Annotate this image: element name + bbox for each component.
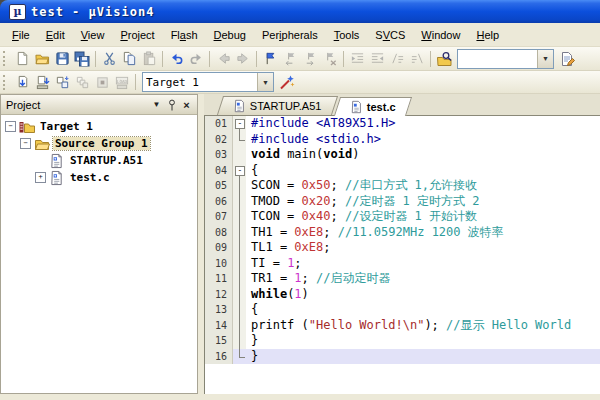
menu-tools[interactable]: Tools — [326, 26, 368, 44]
search-combo-input[interactable] — [458, 50, 537, 68]
code-text: TCON = 0x40; //设定时器 1 开始计数 — [246, 209, 600, 225]
code-line-02[interactable]: 02#include <stdio.h> — [205, 132, 600, 148]
project-tree: −Target 1−Source Group 1STARTUP.A51+test… — [1, 115, 197, 393]
toolbar-grip[interactable] — [3, 75, 8, 90]
menu-debug[interactable]: Debug — [206, 26, 254, 44]
toolbar-separator — [209, 51, 210, 67]
redo-icon — [189, 51, 204, 66]
code-line-10[interactable]: 10TI = 1; — [205, 256, 600, 272]
line-number: 05 — [205, 178, 233, 194]
code-line-16[interactable]: 16} — [205, 349, 600, 365]
collapse-icon[interactable]: − — [20, 138, 31, 149]
code-text: TI = 1; — [246, 256, 600, 272]
collapse-icon[interactable]: − — [5, 121, 16, 132]
fold-margin — [233, 147, 246, 163]
stop-build-button — [92, 72, 112, 92]
code-line-14[interactable]: 14printf ("Hello World!\n"); //显示 Hello … — [205, 318, 600, 334]
find-in-files-button[interactable] — [434, 49, 454, 69]
window-title: test - µVision4 — [31, 5, 154, 19]
code-line-05[interactable]: 05SCON = 0x50; //串口方式 1,允许接收 — [205, 178, 600, 194]
target-combo: ▼ — [142, 72, 274, 92]
editor-panel: STARTUP.A51test.c 01-#include <AT89X51.H… — [204, 94, 600, 394]
save-all-button[interactable] — [72, 49, 92, 69]
code-text: printf ("Hello World!\n"); //显示 Hello Wo… — [246, 318, 600, 334]
line-number: 03 — [205, 147, 233, 163]
tab-label: test.c — [366, 101, 395, 113]
code-line-09[interactable]: 09TL1 = 0xE8; — [205, 240, 600, 256]
code-text: } — [246, 349, 600, 365]
code-line-11[interactable]: 11TR1 = 1; //启动定时器 — [205, 271, 600, 287]
fold-marker-icon — [233, 256, 246, 272]
code-line-06[interactable]: 06TMOD = 0x20; //定时器 1 定时方式 2 — [205, 194, 600, 210]
menu-window[interactable]: Window — [413, 26, 468, 44]
code-line-08[interactable]: 08TH1 = 0xE8; //11.0592MHz 1200 波特率 — [205, 225, 600, 241]
line-number: 02 — [205, 132, 233, 148]
redo-button — [186, 49, 206, 69]
download-load-button: LOAD — [112, 72, 132, 92]
edit-document-button[interactable] — [557, 49, 577, 69]
target-options-button[interactable] — [277, 72, 297, 92]
save-all-icon — [74, 51, 90, 67]
uncomment-button — [407, 49, 427, 69]
target-combo-input[interactable] — [143, 73, 257, 91]
code-text: { — [246, 163, 600, 179]
build-button[interactable] — [32, 72, 52, 92]
menu-flash[interactable]: Flash — [163, 26, 206, 44]
menu-edit[interactable]: Edit — [38, 26, 73, 44]
code-text: #include <AT89X51.H> — [246, 116, 600, 132]
code-line-04[interactable]: 04-{ — [205, 163, 600, 179]
expand-icon[interactable]: + — [35, 172, 46, 183]
new-file-button[interactable] — [12, 49, 32, 69]
fold-marker-icon[interactable]: - — [233, 116, 246, 132]
menu-file[interactable]: File — [4, 26, 38, 44]
bookmark-clear-icon — [323, 51, 338, 66]
document-icon — [349, 100, 362, 114]
menu-svcs[interactable]: SVCS — [367, 26, 413, 44]
menu-help[interactable]: Help — [468, 26, 507, 44]
uncomment-icon — [410, 51, 425, 66]
panel-pin-icon[interactable] — [164, 98, 179, 112]
translate-button[interactable] — [12, 72, 32, 92]
code-line-07[interactable]: 07TCON = 0x40; //设定时器 1 开始计数 — [205, 209, 600, 225]
fold-marker-icon[interactable]: - — [233, 163, 246, 179]
target-combo-dropdown-icon[interactable]: ▼ — [257, 73, 273, 91]
search-combo-dropdown-icon[interactable]: ▼ — [537, 50, 553, 68]
undo-button[interactable] — [166, 49, 186, 69]
cut-button[interactable] — [99, 49, 119, 69]
toolbar-grip[interactable] — [3, 51, 8, 66]
tree-item-startup-a51[interactable]: STARTUP.A51 — [1, 152, 197, 169]
code-line-15[interactable]: 15} — [205, 333, 600, 349]
menu-view[interactable]: View — [73, 26, 113, 44]
toolbar-separator — [135, 74, 136, 90]
tab-test-c[interactable]: test.c — [333, 97, 411, 116]
line-number: 08 — [205, 225, 233, 241]
fold-marker-icon — [233, 302, 246, 318]
code-line-13[interactable]: 13{ — [205, 302, 600, 318]
open-file-button[interactable] — [32, 49, 52, 69]
line-number: 15 — [205, 333, 233, 349]
project-panel-title: Project — [6, 99, 149, 111]
editor-tab-bar: STARTUP.A51test.c — [204, 94, 600, 116]
code-text: } — [246, 333, 600, 349]
panel-close-icon[interactable]: × — [179, 98, 194, 112]
menu-peripherals[interactable]: Peripherals — [254, 26, 326, 44]
tree-item-test-c[interactable]: +test.c — [1, 169, 197, 186]
tab-startup-a51[interactable]: STARTUP.A51 — [217, 96, 338, 115]
code-line-01[interactable]: 01-#include <AT89X51.H> — [205, 116, 600, 132]
outdent-button — [367, 49, 387, 69]
save-button[interactable] — [52, 49, 72, 69]
code-empty-area[interactable] — [205, 364, 600, 394]
bookmark-next-button — [300, 49, 320, 69]
tree-item-source-group-1[interactable]: −Source Group 1 — [1, 135, 197, 152]
code-editor[interactable]: 01-#include <AT89X51.H>02#include <stdio… — [204, 116, 600, 394]
copy-button[interactable] — [119, 49, 139, 69]
code-line-03[interactable]: 03void main(void) — [205, 147, 600, 163]
menu-project[interactable]: Project — [112, 26, 162, 44]
panel-dropdown-icon[interactable]: ▼ — [149, 98, 164, 112]
toolbar-separator — [95, 51, 96, 67]
rebuild-button[interactable] — [52, 72, 72, 92]
bookmark-prev-button — [280, 49, 300, 69]
code-line-12[interactable]: 12while(1) — [205, 287, 600, 303]
tree-item-target-1[interactable]: −Target 1 — [1, 118, 197, 135]
bookmark-toggle-button[interactable] — [260, 49, 280, 69]
